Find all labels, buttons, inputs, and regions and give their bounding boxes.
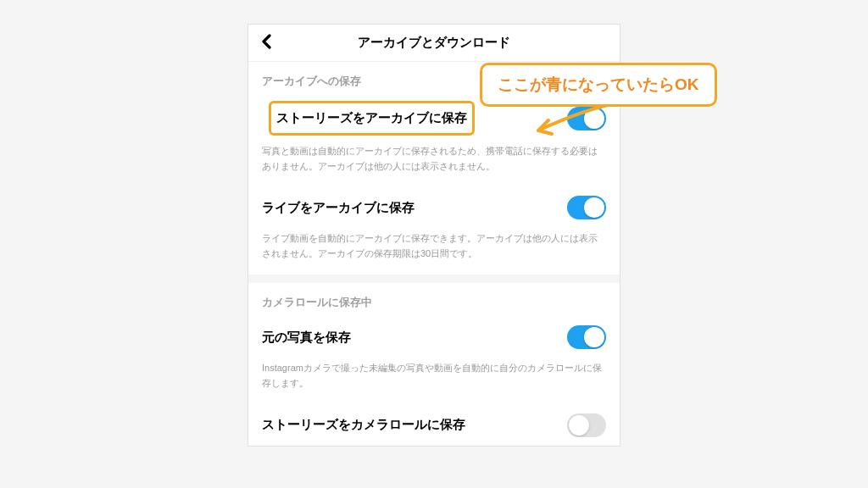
desc-original-photos: Instagramカメラで撮った未編集の写真や動画を自動的に自分のカメラロールに… (248, 358, 620, 404)
back-icon[interactable] (260, 34, 272, 53)
row-live-archive: ライブをアーカイブに保存 (248, 187, 620, 228)
annotation-callout: ここが青になっていたらOK (480, 63, 717, 107)
toggle-knob (584, 197, 604, 218)
header: アーカイブとダウンロード (248, 25, 620, 62)
section-header-camera-roll: カメラロールに保存中 (248, 283, 620, 317)
label-stories-archive: ストーリーズをアーカイブに保存 (276, 110, 467, 125)
section-divider (248, 274, 620, 283)
toggle-live-archive[interactable] (567, 196, 606, 219)
toggle-stories-camera-roll[interactable] (567, 413, 606, 437)
annotation-arrow-icon (523, 100, 625, 146)
label-original-photos: 元の写真を保存 (262, 330, 351, 346)
row-stories-camera-roll: ストーリーズをカメラロールに保存 (248, 405, 620, 446)
desc-live-archive: ライブ動画を自動的にアーカイブに保存できます。アーカイブは他の人には表示されませ… (248, 228, 620, 274)
label-live-archive: ライブをアーカイブに保存 (262, 200, 415, 216)
highlight-box: ストーリーズをアーカイブに保存 (269, 101, 475, 136)
toggle-knob (569, 415, 589, 435)
page-title: アーカイブとダウンロード (358, 35, 510, 51)
desc-stories-archive: 写真と動画は自動的にアーカイブに保存されるため、携帯電話に保存する必要はありませ… (248, 141, 620, 187)
callout-text: ここが青になっていたらOK (498, 75, 699, 93)
label-stories-camera-roll: ストーリーズをカメラロールに保存 (262, 417, 465, 433)
section-camera-roll: カメラロールに保存中 元の写真を保存 Instagramカメラで撮った未編集の写… (248, 283, 620, 445)
toggle-original-photos[interactable] (567, 325, 606, 349)
toggle-knob (584, 327, 604, 347)
row-original-photos: 元の写真を保存 (248, 317, 620, 358)
